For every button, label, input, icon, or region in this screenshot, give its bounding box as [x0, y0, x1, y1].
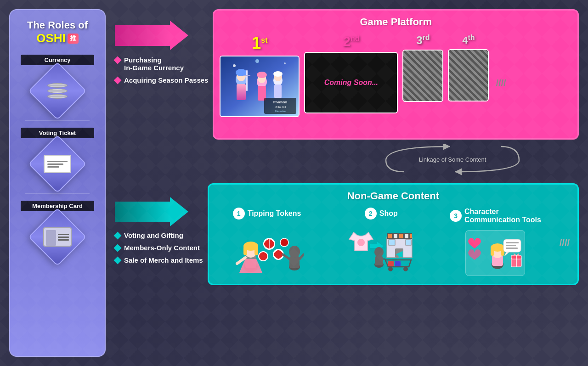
svg-text:Alternative: Alternative [275, 110, 286, 113]
bullet-purchasing: PurchasingIn-Game Currency [115, 56, 208, 72]
sidebar-title: The Roles of OSHI 推 [27, 19, 88, 45]
top-left-col: PurchasingIn-Game Currency Acquiring Sea… [115, 9, 208, 84]
right-content: PurchasingIn-Game Currency Acquiring Sea… [115, 9, 579, 357]
sidebar-voting-group: Voting Ticket [17, 128, 98, 187]
tipping-label-text: Tipping Tokens [248, 209, 301, 218]
right-inner: PurchasingIn-Game Currency Acquiring Sea… [115, 9, 579, 357]
bullet-voting-text: Voting and Gifting [124, 231, 183, 239]
cyan-arrow-body [115, 202, 170, 222]
svg-rect-36 [289, 256, 300, 268]
rank-2-sup: nd [351, 34, 360, 42]
rank-3rd: 3rd [416, 34, 430, 47]
svg-line-39 [300, 254, 304, 259]
bullet-voting: Voting and Gifting [115, 231, 203, 239]
svg-line-38 [283, 254, 289, 259]
svg-point-53 [403, 267, 408, 271]
more-non-game-indicator: //// [557, 238, 572, 248]
char-comm-visual [443, 228, 548, 278]
phantom-game-art: Phantom of the Kill Alternative [220, 56, 299, 116]
tipping-label-row: 1 Tipping Tokens [233, 208, 301, 220]
cyan-arrow-head [170, 197, 188, 226]
voting-diamond [30, 141, 85, 187]
coming-soon-thumb: Coming Soon... [305, 53, 397, 113]
tipping-tokens-item: 1 Tipping Tokens [215, 208, 320, 274]
svg-point-1 [233, 64, 236, 67]
ticket-icon [44, 155, 71, 173]
pink-arrow-body [115, 25, 170, 46]
rank-4th: 4th [462, 34, 475, 46]
cyan-arrow [115, 192, 203, 226]
game-thumb-4 [448, 49, 489, 101]
oshi-kanji: 推 [68, 34, 79, 44]
ticket-line-2 [47, 163, 63, 165]
bullet-purchasing-text: PurchasingIn-Game Currency [124, 56, 184, 72]
tipping-visual [215, 223, 320, 274]
bullet-merch-text: Sale of Merch and Items [124, 256, 203, 264]
svg-rect-45 [394, 234, 397, 238]
svg-point-3 [255, 59, 259, 63]
rank-4-sup: th [468, 34, 475, 41]
tbd-thumb-3 [403, 51, 442, 101]
svg-point-17 [273, 71, 283, 77]
divider-2 [25, 193, 90, 194]
svg-rect-66 [506, 242, 519, 243]
svg-rect-50 [389, 240, 395, 245]
bullet-diamond-1 [114, 56, 122, 64]
rank-1-sup: st [261, 36, 267, 44]
game-entry-4th: 4th [448, 34, 489, 101]
tbd-thumb-4 [449, 50, 488, 101]
bottom-left-col: Voting and Gifting Members-Only Content … [115, 183, 203, 264]
sidebar-membership-group: Membership Card [17, 201, 98, 260]
game-platform-title: Game Platform [220, 16, 572, 28]
sidebar-title-line1: The Roles of [27, 19, 88, 31]
card-line-1 [58, 234, 69, 235]
bottom-row: Voting and Gifting Members-Only Content … [115, 183, 579, 285]
phantom-name: "Phantom of the Kill-Alternative Imitati… [230, 120, 289, 133]
svg-point-33 [259, 252, 268, 261]
sidebar-currency-group: Currency [17, 55, 98, 114]
char-comm-label-text: CharacterCommunication Tools [464, 208, 541, 224]
games-grid: 1st [220, 34, 572, 133]
voting-diamond-shape [28, 135, 86, 193]
svg-rect-9 [243, 75, 250, 76]
sidebar: The Roles of OSHI 推 Currency [9, 9, 106, 357]
bullet-diamond-cyan-2 [114, 244, 122, 252]
char-comm-label-row: 3 CharacterCommunication Tools [450, 208, 541, 224]
divider-1 [25, 120, 90, 121]
rank-3-sup: rd [423, 34, 430, 41]
rank-2-num: 2 [343, 34, 351, 49]
non-game-box: Non-Game Content 1 Tipping Tokens [208, 183, 579, 285]
svg-rect-8 [246, 70, 248, 91]
game-thumb-3 [402, 50, 443, 102]
game-entry-1st: 1st [220, 34, 300, 133]
rank-1st: 1st [252, 34, 267, 53]
game-platform-box: Game Platform 1st [213, 9, 579, 140]
game-entry-2nd: 2nd Coming Soon... Coming Soon [304, 34, 398, 124]
linkage-visual: Linkage of Some Content [372, 144, 533, 179]
non-game-title: Non-Game Content [215, 190, 572, 202]
svg-rect-68 [506, 248, 518, 249]
svg-rect-54 [388, 261, 394, 266]
coin-2 [47, 89, 68, 93]
shop-label-text: Shop [379, 209, 398, 218]
svg-rect-48 [410, 234, 412, 238]
svg-point-2 [284, 62, 286, 64]
card-lines [58, 230, 69, 244]
coming-soon-italic: Coming Soon... [324, 79, 378, 87]
svg-rect-46 [399, 234, 403, 238]
svg-text:Linkage of Some Content: Linkage of Some Content [419, 156, 486, 163]
card-photo [46, 230, 56, 246]
coins-stack-icon [47, 83, 68, 99]
coming-soon-label: Coming Soon [329, 116, 374, 124]
shop-label-row: 2 Shop [365, 208, 398, 220]
top-bullets: PurchasingIn-Game Currency Acquiring Sea… [115, 54, 208, 84]
bullet-members-text: Members-Only Content [124, 244, 200, 252]
bullet-diamond-cyan-1 [114, 232, 122, 240]
membership-icon [43, 227, 72, 247]
comm-tools-svg [468, 232, 523, 274]
shop-num: 2 [365, 208, 377, 220]
svg-text:of the Kill: of the Kill [275, 106, 286, 108]
svg-point-13 [257, 72, 267, 78]
card-line-2 [58, 236, 69, 238]
shop-scene-svg [345, 223, 418, 274]
